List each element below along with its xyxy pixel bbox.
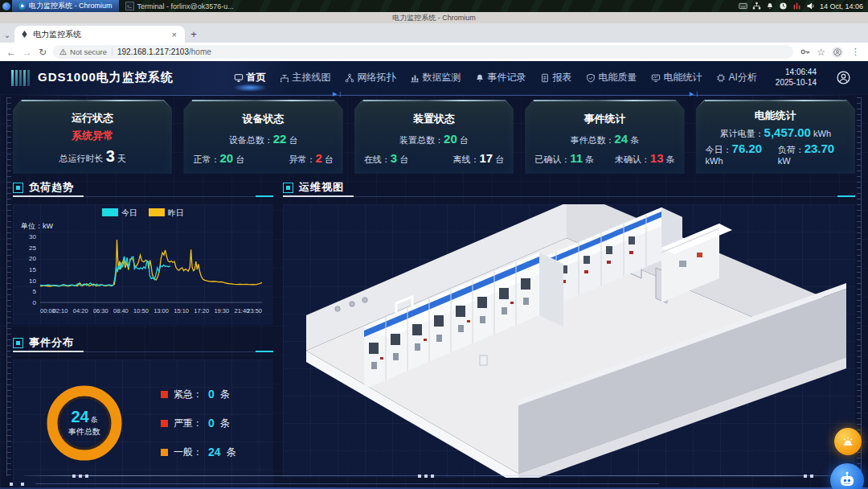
robot-icon: [837, 470, 858, 489]
y-tick-label: 25: [29, 244, 36, 252]
yesterday-swatch: [149, 208, 165, 216]
load-trend-chart: 单位：kW05101520253000:0002:1004:2006:3008:…: [16, 219, 270, 323]
total-row: 事件总数：24 条: [534, 132, 674, 146]
nav-power-quality[interactable]: 电能质量: [586, 71, 637, 84]
system-tray: 14 Oct, 14:06: [739, 2, 868, 10]
top-accent-line: [13, 95, 855, 96]
nav-label: 首页: [247, 71, 266, 84]
browser-menu-kebab-icon[interactable]: ⋮: [850, 47, 862, 57]
new-tab-button[interactable]: +: [185, 26, 203, 43]
nav-report[interactable]: 报表: [540, 71, 572, 84]
donut-total-value: 24: [71, 408, 88, 425]
home-icon: [234, 73, 244, 83]
legend-today[interactable]: 今日: [102, 208, 137, 219]
line-marker-icon: ▶❘: [690, 91, 700, 97]
card-device-status: 设备状态 设备总数：22 台 正常：20 台 异常：2 台: [183, 100, 342, 174]
stat-cards-row: 运行状态 系统异常 总运行时长 3 天 设备状态 设备总数：22 台 正常：20…: [13, 100, 855, 174]
y-tick-label: 20: [29, 255, 36, 262]
nav-home[interactable]: 首页: [234, 71, 266, 84]
deco-square: [72, 475, 76, 478]
deco-square: [431, 475, 434, 478]
deco-square: [21, 483, 24, 486]
security-chip[interactable]: Not secure: [59, 47, 113, 56]
deco-square: [85, 475, 88, 478]
back-button[interactable]: ←: [6, 47, 16, 57]
bookmark-star-icon[interactable]: ☆: [817, 47, 825, 57]
input-grid-icon[interactable]: [739, 2, 747, 10]
card-title: 装置状态: [364, 112, 504, 126]
bottom-deco-line-2: [35, 483, 659, 484]
y-tick-label: 5: [33, 288, 37, 295]
x-tick-label: 04:20: [73, 307, 88, 314]
deco-square: [424, 475, 428, 478]
user-avatar-icon[interactable]: [837, 71, 850, 84]
reload-button[interactable]: ↻: [39, 47, 47, 57]
power-icon[interactable]: [779, 2, 788, 10]
panel-title: 负荷趋势: [29, 180, 74, 195]
right-column: 运维视图: [283, 179, 855, 478]
taskbar-window-terminal[interactable]: ›_ Terminal - forlinx@ok3576-u...: [119, 0, 240, 12]
nav-event-log[interactable]: 事件记录: [475, 71, 526, 84]
event-dist-box: 24条 事件总数 紧急：0条 严重：0条 一般：24条: [13, 360, 273, 487]
y-tick-label: 0: [33, 299, 37, 306]
browser-profile-avatar[interactable]: [832, 47, 843, 58]
legend-item-urgent[interactable]: 紧急：0条: [161, 388, 236, 401]
audio-levels-icon[interactable]: [792, 2, 801, 10]
browser-titlebar: 电力监控系统 - Chromium: [0, 12, 868, 23]
x-tick-label: 06:30: [93, 307, 108, 314]
nav-topology[interactable]: 网络拓扑: [345, 71, 396, 84]
x-tick-label: 17:20: [194, 307, 209, 314]
series-今日: [40, 257, 170, 286]
legend-item-general[interactable]: 一般：24条: [161, 446, 236, 459]
left-column: 负荷趋势 今日 昨日 单位：kW05101520253000:0002:1004…: [13, 179, 273, 487]
app-menu-button[interactable]: [0, 0, 12, 12]
tab-close-icon[interactable]: ×: [170, 30, 178, 39]
forward-button[interactable]: →: [23, 47, 32, 57]
taskbar-clock[interactable]: 14 Oct, 14:06: [820, 2, 863, 10]
nav-label: 报表: [553, 71, 572, 84]
runtime-value: 3: [106, 147, 115, 165]
panel-title: 运维视图: [299, 180, 344, 195]
bottom-deco-line-1: [24, 475, 844, 476]
main-nav: 首页 主接线图 网络拓扑 数据监测 事件记录 报表: [234, 68, 868, 88]
legend-yesterday[interactable]: 昨日: [149, 208, 184, 219]
right-ruler-decoration: [857, 97, 862, 476]
outer-wall-box: [480, 355, 487, 365]
browser-tab[interactable]: 电力监控系统 ×: [14, 26, 185, 43]
address-bar[interactable]: Not secure 192.168.1.217:2103/home: [53, 45, 793, 59]
notifications-bell-icon[interactable]: [766, 2, 774, 10]
card-run-status: 运行状态 系统异常 总运行时长 3 天: [13, 100, 172, 174]
nav-data-monitor[interactable]: 数据监测: [410, 71, 461, 84]
nav-label: 网络拓扑: [358, 71, 396, 84]
power-room-3d-scene: [283, 204, 855, 478]
nav-wiring-diagram[interactable]: 主接线图: [280, 71, 331, 84]
deco-square: [10, 483, 13, 486]
nav-label: AI分析: [729, 71, 757, 84]
network-icon[interactable]: [752, 2, 761, 10]
load-trend-header: 负荷趋势: [13, 179, 273, 197]
wiring-diagram-icon: [280, 73, 289, 83]
detail-row: 今日：76.20 kWh 负荷：23.70 kW: [706, 142, 845, 166]
password-key-icon[interactable]: [800, 47, 810, 57]
chromium-icon: [18, 2, 26, 10]
tab-favicon: [21, 31, 28, 38]
nav-energy-stat[interactable]: 电能统计: [651, 71, 702, 84]
load-trend-chart-box: 今日 昨日 单位：kW05101520253000:0002:1004:2006…: [13, 204, 273, 325]
donut-legend: 紧急：0条 严重：0条 一般：24条: [161, 388, 236, 459]
alarm-siren-button[interactable]: [834, 428, 862, 455]
taskbar-window-chromium[interactable]: 电力监控系统 - Chromium: [12, 0, 119, 12]
deco-square: [418, 475, 421, 478]
nav-ai-analysis[interactable]: AI分析: [716, 71, 757, 84]
warning-icon: [59, 48, 67, 55]
x-tick-label: 15:10: [174, 307, 189, 314]
volume-icon[interactable]: [806, 2, 815, 10]
legend-item-severe[interactable]: 严重：0条: [161, 417, 236, 430]
y-tick-label: 15: [29, 266, 36, 273]
ops-3d-viewport[interactable]: [283, 204, 855, 478]
panel-bullet-icon: [13, 338, 23, 348]
tab-search-chevron-icon[interactable]: ⌄: [0, 27, 14, 43]
x-tick-label: 13:00: [154, 307, 169, 314]
app-title: GDS1000电力监控系统: [38, 70, 174, 85]
card-title: 电能统计: [706, 109, 845, 123]
detail-row: 在线：3 台 离线：17 台: [364, 151, 504, 166]
